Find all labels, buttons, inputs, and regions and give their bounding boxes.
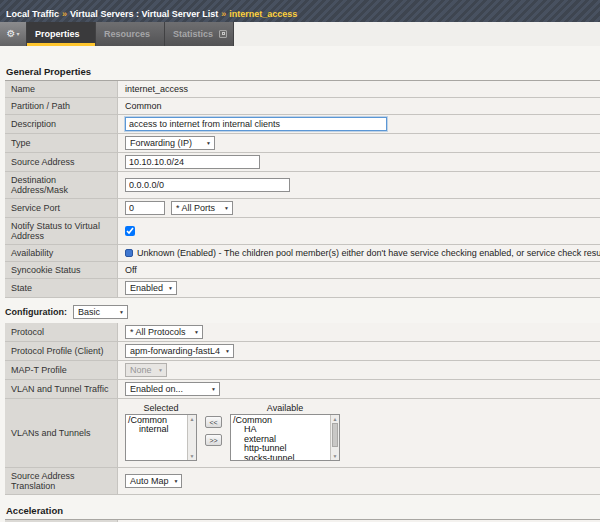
protocol-label: Protocol <box>5 323 118 341</box>
caret-down-icon: ▼ <box>194 330 199 335</box>
protocol-profile-select[interactable]: apm-forwarding-fastL4 ▼ <box>125 344 234 358</box>
breadcrumb-path[interactable]: Virtual Servers : Virtual Server List <box>70 9 218 19</box>
general-properties-heading: General Properties <box>5 64 600 81</box>
service-port-input[interactable] <box>125 201 165 215</box>
scroll-down-icon[interactable]: ▼ <box>188 452 196 460</box>
caret-down-icon: ▼ <box>211 387 216 392</box>
breadcrumb-separator: » <box>59 9 70 19</box>
type-select[interactable]: Forwarding (IP) ▼ <box>125 136 215 150</box>
configuration-label: Configuration: <box>5 307 67 317</box>
notify-status-checkbox[interactable] <box>125 226 135 236</box>
state-row: State Enabled ▼ <box>5 279 600 298</box>
select-value: Basic <box>78 307 100 317</box>
notify-status-row: Notify Status to Virtual Address <box>5 218 600 245</box>
availability-label: Availability <box>5 245 118 261</box>
snat-label: Source Address Translation <box>5 468 118 494</box>
select-value: Enabled <box>130 283 163 293</box>
syncookie-label: Syncookie Status <box>5 262 118 278</box>
source-address-row: Source Address <box>5 153 600 172</box>
scroll-up-icon[interactable]: ▲ <box>188 415 196 423</box>
syncookie-value: Off <box>125 265 137 275</box>
protocol-profile-label: Protocol Profile (Client) <box>5 342 118 360</box>
available-listbox[interactable]: /Common HA external http-tunnel socks-tu… <box>230 414 340 461</box>
description-row: Description <box>5 115 600 134</box>
active-tab-indicator <box>27 43 95 46</box>
breadcrumb-separator: » <box>218 9 229 19</box>
list-item[interactable]: socks-tunnel <box>231 454 339 461</box>
configuration-table: Protocol * All Protocols ▼ Protocol Prof… <box>5 323 600 495</box>
availability-row: Availability Unknown (Enabled) - The chi… <box>5 245 600 262</box>
service-port-label: Service Port <box>5 199 118 217</box>
mapt-profile-label: MAP-T Profile <box>5 361 118 379</box>
tab-label: Statistics <box>173 29 213 39</box>
configuration-mode-select[interactable]: Basic ▼ <box>73 305 128 319</box>
select-value: apm-forwarding-fastL4 <box>130 346 220 356</box>
type-label: Type <box>5 134 118 152</box>
breadcrumb: Local Traffic»Virtual Servers : Virtual … <box>6 9 297 19</box>
service-port-row: Service Port * All Ports ▼ <box>5 199 600 218</box>
selected-listbox[interactable]: /Common internal ▲ ▼ <box>125 414 197 461</box>
caret-down-icon: ▼ <box>119 310 124 315</box>
select-value: Forwarding (IP) <box>130 138 192 148</box>
selected-header: Selected <box>125 403 197 413</box>
mapt-profile-select: None ▼ <box>125 363 167 377</box>
tab-statistics[interactable]: Statistics <box>165 22 234 46</box>
bigip-virtual-server-page: Local Traffic»Virtual Servers : Virtual … <box>0 0 600 522</box>
tab-label: Resources <box>104 29 150 39</box>
partition-value: Common <box>125 101 162 111</box>
partition-label: Partition / Path <box>5 98 118 114</box>
caret-down-icon: ▼ <box>224 206 229 211</box>
snat-select[interactable]: Auto Map ▼ <box>125 474 182 488</box>
destination-address-label: Destination Address/Mask <box>5 172 118 198</box>
type-row: Type Forwarding (IP) ▼ <box>5 134 600 153</box>
partition-row: Partition / Path Common <box>5 98 600 115</box>
service-port-select[interactable]: * All Ports ▼ <box>171 201 233 215</box>
vlans-dual-listbox: Selected /Common internal ▲ ▼ <box>125 401 340 465</box>
breadcrumb-section[interactable]: Local Traffic <box>6 9 59 19</box>
description-label: Description <box>5 115 118 133</box>
scrollbar[interactable]: ▲ ▼ <box>187 415 196 460</box>
scrollbar[interactable]: ▲ ▼ <box>330 415 339 460</box>
snat-row: Source Address Translation Auto Map ▼ <box>5 468 600 495</box>
acceleration-heading: Acceleration <box>5 503 600 520</box>
caret-down-icon: ▼ <box>158 368 163 373</box>
protocol-profile-row: Protocol Profile (Client) apm-forwarding… <box>5 342 600 361</box>
source-address-input[interactable] <box>125 155 260 169</box>
tab-bar: ⚙ ▾ Properties Resources Statistics <box>0 22 600 46</box>
popup-icon <box>219 30 227 38</box>
move-to-selected-button[interactable]: << <box>205 416 222 428</box>
main-content: General Properties Name internet_access … <box>0 46 600 522</box>
name-row: Name internet_access <box>5 81 600 98</box>
chevron-down-icon: ▾ <box>16 31 19 37</box>
general-properties-table: Name internet_access Partition / Path Co… <box>5 81 600 298</box>
vlans-tunnels-row: VLANs and Tunnels Selected /Common inter… <box>5 399 600 468</box>
availability-status: Unknown (Enabled) - The children pool me… <box>137 248 600 258</box>
description-input[interactable] <box>125 117 387 131</box>
vlan-traffic-select[interactable]: Enabled on... ▼ <box>125 382 220 396</box>
name-value: internet_access <box>125 84 188 94</box>
available-column: Available /Common HA external http-tunne… <box>230 403 340 461</box>
tab-properties[interactable]: Properties <box>27 22 96 46</box>
list-item[interactable]: internal <box>126 425 196 434</box>
destination-address-input[interactable] <box>125 178 290 192</box>
move-buttons: << >> <box>205 416 222 446</box>
configuration-selector: Configuration: Basic ▼ <box>5 305 600 319</box>
scroll-down-icon[interactable]: ▼ <box>331 452 339 460</box>
state-select[interactable]: Enabled ▼ <box>125 281 177 295</box>
caret-down-icon: ▼ <box>206 141 211 146</box>
select-value: Auto Map <box>130 476 169 486</box>
name-label: Name <box>5 81 118 97</box>
source-address-label: Source Address <box>5 153 118 171</box>
scrollbar-thumb[interactable] <box>332 423 338 447</box>
status-unknown-icon <box>125 249 133 257</box>
move-to-available-button[interactable]: >> <box>205 434 222 446</box>
gear-menu-button[interactable]: ⚙ ▾ <box>0 22 27 46</box>
vlan-traffic-label: VLAN and Tunnel Traffic <box>5 380 118 398</box>
caret-down-icon: ▼ <box>168 286 173 291</box>
tab-resources[interactable]: Resources <box>96 22 165 46</box>
select-value: None <box>130 365 152 375</box>
gear-icon: ⚙ <box>7 29 16 39</box>
protocol-select[interactable]: * All Protocols ▼ <box>125 325 203 339</box>
vlans-tunnels-label: VLANs and Tunnels <box>5 399 118 467</box>
scroll-up-icon[interactable]: ▲ <box>331 415 339 423</box>
